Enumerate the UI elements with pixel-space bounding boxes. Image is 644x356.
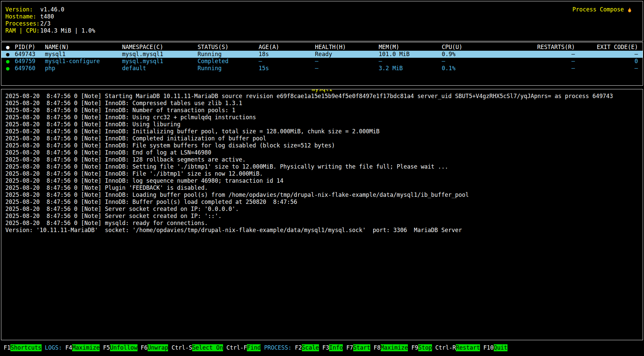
cell-age: 18s [259, 51, 315, 58]
cell-age: 15s [259, 65, 315, 72]
status-dot-icon: ● [6, 65, 15, 72]
footer-segment: PROCESS: [264, 344, 291, 351]
shortcut-key: F8 [374, 344, 380, 351]
log-line: 2025-08-20 8:47:56 0 [Note] InnoDB: Buff… [5, 198, 639, 206]
log-line: 2025-08-20 8:47:56 0 [Note] Plugin 'FEED… [5, 184, 639, 191]
log-line: 2025-08-20 8:47:56 0 [Note] InnoDB: Init… [5, 128, 639, 135]
shortcut-key: F3 [322, 344, 329, 351]
footer-segment: F1 Shortcuts [4, 344, 42, 351]
column-header-exit-code[interactable]: EXIT CODE(E) [575, 44, 638, 51]
header-field-value: v1.46.0 [40, 6, 64, 13]
shortcut-key: Ctrl-S [171, 344, 192, 351]
table-row[interactable]: ● 649743 mysql1 mysql.mysql1 Running 18s… [1, 51, 643, 58]
log-line: 2025-08-20 8:47:56 0 [Note] InnoDB: Numb… [5, 107, 639, 114]
cell-status: Running [198, 65, 259, 72]
shortcut-action-button[interactable]: Find [247, 344, 261, 351]
cell-exit-code: – [575, 65, 638, 72]
table-body: ● 649743 mysql1 mysql.mysql1 Running 18s… [1, 51, 643, 72]
status-dot-icon: ● [6, 51, 15, 58]
app-title: Process Compose [572, 6, 633, 13]
column-header-namespace[interactable]: NAMESPACE(C) [122, 44, 198, 51]
cell-pid: 649743 [15, 51, 45, 58]
cell-cpu: – [442, 58, 528, 65]
cell-status: Completed [198, 58, 259, 65]
shortcut-action-button[interactable]: Unwrap [148, 344, 168, 351]
footer-segment: F7 Start [346, 344, 370, 351]
shortcut-action-button[interactable]: Unfollow [110, 344, 138, 351]
cell-age: – [259, 58, 315, 65]
cell-health: – [315, 58, 379, 65]
footer-segment: F6 Unwrap [141, 344, 168, 351]
table-header-dot-icon: ● [6, 44, 15, 51]
shortcut-action-button[interactable]: Stop [418, 344, 432, 351]
log-lines: 2025-08-20 8:47:56 0 [Note] Starting Mar… [5, 93, 639, 234]
shortcut-action-button[interactable]: Start [353, 344, 370, 351]
shortcut-action-button[interactable]: Shortcuts [10, 344, 41, 351]
log-panel[interactable]: mysql1 2025-08-20 8:47:56 0 [Note] Start… [1, 89, 643, 340]
shortcut-action-button[interactable]: Quit [494, 344, 507, 351]
header-field: Version: v1.46.0 [5, 6, 95, 13]
footer-segment: F8 Maximize [374, 344, 408, 351]
footer-segment: F3 Info [322, 344, 343, 351]
shortcut-action-button[interactable]: Scale [302, 344, 319, 351]
log-line: 2025-08-20 8:47:56 0 [Note] InnoDB: 128 … [5, 156, 639, 163]
flame-icon [627, 7, 633, 13]
footer-segment: F2 Scale [295, 344, 319, 351]
footer-segment: LOGS: [45, 344, 62, 351]
log-line: Version: '10.11.11-MariaDB' socket: '/ho… [5, 227, 639, 234]
cell-cpu: 0.9% [442, 51, 528, 58]
footer-section-label: PROCESS: [264, 344, 291, 351]
header-field-value: 104.3 MiB | 1.0% [40, 27, 95, 34]
column-header-status[interactable]: STATUS(S) [198, 44, 259, 51]
column-header-pid[interactable]: PID(P) [15, 44, 45, 51]
log-line: 2025-08-20 8:47:56 0 [Note] Starting Mar… [5, 93, 639, 100]
shortcut-bar: F1 Shortcuts LOGS: F4 Maximize F5 Unfoll… [1, 340, 643, 355]
table-row[interactable]: ● 649760 php default Running 15s – 3.2 M… [1, 65, 643, 72]
status-dot-icon: ● [6, 58, 15, 65]
log-line: 2025-08-20 8:47:56 0 [Note] Server socke… [5, 206, 639, 213]
footer-segment: Ctrl-R Restart [435, 344, 480, 351]
column-header-health[interactable]: HEALTH(H) [315, 44, 379, 51]
column-header-cpu[interactable]: CPU(U) [442, 44, 528, 51]
shortcut-action-button[interactable]: Select On [192, 344, 223, 351]
shortcut-action-button[interactable]: Maximize [72, 344, 100, 351]
cell-mem: 101.0 MiB [379, 51, 442, 58]
column-header-restarts[interactable]: RESTARTS(R) [528, 44, 575, 51]
cell-restarts: – [528, 58, 575, 65]
app-title-text: Process Compose [572, 6, 624, 13]
cell-name: php [45, 65, 122, 72]
table-row[interactable]: ● 649759 mysql1-configure mysql.mysql1 C… [1, 58, 643, 65]
shortcut-key: Ctrl-F [226, 344, 247, 351]
cell-name: mysql1 [45, 51, 122, 58]
footer-segment: F5 Unfollow [103, 344, 137, 351]
header-field: RAM | CPU: 104.3 MiB | 1.0% [5, 27, 95, 34]
header-field-value: 2/3 [40, 20, 51, 27]
table-header-row: ● PID(P) NAME(N) NAMESPACE(C) STATUS(S) … [1, 44, 643, 51]
column-header-name[interactable]: NAME(N) [45, 44, 122, 51]
shortcut-key: F9 [411, 344, 418, 351]
log-line: 2025-08-20 8:47:56 0 [Note] InnoDB: Comp… [5, 135, 639, 142]
cell-restarts: – [528, 65, 575, 72]
shortcut-action-button[interactable]: Maximize [381, 344, 408, 351]
cell-namespace: default [122, 65, 198, 72]
cell-restarts: – [528, 51, 575, 58]
shortcut-action-button[interactable]: Restart [456, 344, 480, 351]
log-panel-title: mysql1 [311, 89, 333, 93]
log-line: 2025-08-20 8:47:56 0 [Note] InnoDB: File… [5, 170, 639, 177]
cell-cpu: 0.1% [442, 65, 528, 72]
footer-segment: F10 Quit [483, 344, 507, 351]
header-field: Processes: 2/3 [5, 20, 95, 27]
column-header-age[interactable]: AGE(A) [259, 44, 315, 51]
cell-status: Running [198, 51, 259, 58]
shortcut-key: F7 [346, 344, 353, 351]
shortcut-key: F2 [295, 344, 302, 351]
column-header-mem[interactable]: MEM(M) [379, 44, 442, 51]
header-field-label: RAM | CPU: [5, 27, 40, 34]
shortcut-action-button[interactable]: Info [329, 344, 343, 351]
header-field: Hostname: t480 [5, 13, 95, 20]
footer-segment: F4 Maximize [65, 344, 100, 351]
cell-pid: 649759 [15, 58, 45, 65]
header-panel: Version: v1.46.0 Hostname: t480 Processe… [1, 1, 643, 41]
shortcut-key: F10 [483, 344, 494, 351]
process-compose-app: Version: v1.46.0 Hostname: t480 Processe… [0, 0, 644, 356]
